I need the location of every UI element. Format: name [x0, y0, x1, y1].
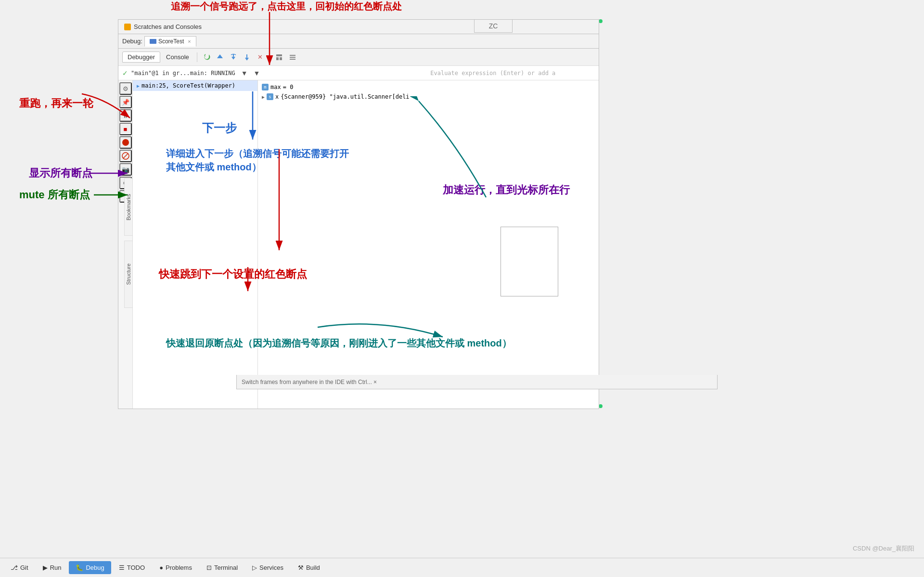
scoretest-tab[interactable]: ScoreTest ×: [144, 36, 196, 47]
mute-breakpoints-icon[interactable]: [119, 150, 132, 162]
frame-item-0[interactable]: ▶ main:25, ScoreTest(Wrapper): [133, 80, 257, 91]
var-row-max: m max = 0: [260, 82, 597, 92]
tab-todo[interactable]: ☰ TODO: [112, 561, 152, 574]
svg-line-10: [123, 154, 128, 158]
annotation-step-into: 详细进入下一步（追溯信号可能还需要打开其他文件或 method）: [166, 147, 349, 174]
rerun-icon: [203, 53, 210, 61]
go-to-frame-button[interactable]: [214, 51, 226, 64]
variables-panel: m max = 0 ▶ s x {Scanner@959} "java.util…: [258, 80, 599, 409]
tab-git[interactable]: ⎇ Git: [4, 561, 35, 574]
thread-bar: ✓ "main"@1 in gr...main: RUNNING ▼ ▼ Eva…: [118, 66, 599, 80]
var-row-x: ▶ s x {Scanner@959} "java.util.Scanner[d…: [260, 92, 597, 102]
bottom-hint-bar: Switch frames from anywhere in the IDE w…: [236, 375, 718, 389]
step-into-icon: [243, 53, 251, 61]
watermark: CSDN @Dear_襄阳阳: [853, 544, 914, 553]
stop-icon[interactable]: ■: [119, 123, 132, 135]
scratches-bar: Scratches and Consoles: [118, 20, 599, 34]
filter-options-icon[interactable]: ▼: [254, 69, 260, 77]
filter-icon[interactable]: ▼: [241, 69, 248, 77]
svg-rect-2: [276, 54, 282, 56]
step-over-icon: [230, 53, 237, 61]
tab-services[interactable]: ▷ Services: [245, 561, 290, 574]
services-label: Services: [259, 564, 283, 571]
annotation-go-back-breakpoint: 快速退回原断点处（因为追溯信号等原因，刚刚进入了一些其他文件或 method）: [166, 337, 512, 350]
mute-icon-shape: [122, 152, 129, 160]
annotation-next-breakpoint: 快速跳到下一个设置的红色断点: [159, 267, 307, 282]
debug-icon: 🐛: [76, 564, 83, 571]
tab-terminal[interactable]: ⊡ Terminal: [200, 561, 244, 574]
rerun-button[interactable]: [200, 51, 213, 64]
restore-layout-icon: [275, 53, 283, 61]
var-name-x: x: [275, 93, 279, 100]
annotation-show-breakpoints: 显示所有断点: [29, 166, 92, 180]
tab-file-icon: [150, 39, 156, 44]
tab-run[interactable]: ▶ Run: [36, 561, 68, 574]
preview-box: [500, 227, 558, 296]
step-into-button[interactable]: [241, 51, 253, 64]
svg-point-0: [126, 25, 129, 29]
var-expand-x[interactable]: ▶: [262, 94, 265, 100]
console-tab-btn[interactable]: Console: [161, 52, 194, 62]
var-value-max: = 0: [283, 84, 294, 90]
debug-main-content: ⚙ 📌 ⏸ ■ 📷 ⚙ ↑ ▶: [118, 80, 599, 409]
frames-button[interactable]: [286, 51, 299, 64]
scratches-label: Scratches and Consoles: [134, 23, 202, 30]
build-label: Build: [306, 564, 320, 571]
svg-rect-4: [280, 57, 282, 60]
toolbar-sep-2: [270, 52, 270, 62]
tab-label: ScoreTest: [158, 38, 184, 45]
svg-rect-5: [290, 55, 295, 56]
svg-rect-3: [276, 57, 279, 60]
settings-icon[interactable]: ⚙: [119, 82, 132, 95]
pin-icon[interactable]: 📌: [119, 96, 132, 108]
corner-dot-tr: [599, 19, 603, 23]
breakpoints-icon[interactable]: [119, 136, 132, 149]
restore-layout-button[interactable]: [273, 51, 285, 64]
var-icon-x: s: [267, 93, 273, 100]
corner-dot-br: [599, 404, 603, 408]
todo-icon: ☰: [119, 564, 125, 571]
status-bar: ⎇ Git ▶ Run 🐛 Debug ☰ TODO ● Problems ⊡ …: [0, 558, 924, 577]
svg-rect-7: [290, 59, 295, 60]
debug-toolbar: Debugger Console: [118, 49, 599, 66]
frames-icon: [289, 53, 296, 61]
ide-window: Scratches and Consoles Debug: ScoreTest …: [118, 19, 599, 409]
force-step-into-button[interactable]: ✕: [254, 51, 267, 64]
zc-text: ZC: [489, 22, 498, 30]
bottom-hint-text: Switch frames from anywhere in the IDE w…: [242, 379, 377, 385]
services-icon: ▷: [252, 564, 257, 571]
problems-icon: ●: [159, 564, 163, 571]
build-icon: ⚒: [298, 564, 304, 571]
svg-marker-1: [217, 54, 223, 58]
annotation-next-step: 下一步: [202, 120, 237, 136]
tab-close[interactable]: ×: [188, 38, 191, 44]
tab-build[interactable]: ⚒ Build: [291, 561, 327, 574]
tab-debug[interactable]: 🐛 Debug: [69, 561, 111, 574]
step-over-button[interactable]: [227, 51, 240, 64]
tab-problems[interactable]: ● Problems: [153, 561, 199, 574]
terminal-icon: ⊡: [206, 564, 212, 571]
debugger-tab-btn[interactable]: Debugger: [122, 51, 160, 63]
annotation-mute-breakpoints: mute 所有断点: [19, 188, 90, 202]
frames-panel: ▶ main:25, ScoreTest(Wrapper): [133, 80, 258, 409]
thread-status-icon: ✓: [122, 69, 128, 77]
structure-label: Structure: [124, 241, 133, 308]
annotation-run-to-cursor: 加速运行，直到光标所在行: [443, 183, 570, 197]
toolbar-sep-1: [197, 52, 197, 62]
var-value-x: {Scanner@959} "java.util.Scanner[deli: [281, 93, 409, 100]
var-icon-max: m: [262, 84, 269, 90]
zc-tab[interactable]: ZC: [474, 19, 513, 33]
scratches-icon: [124, 24, 131, 30]
debug-tab-bar: Debug: ScoreTest ×: [118, 34, 599, 49]
breakpoints-dot: [122, 139, 129, 146]
frame-arrow: ▶: [137, 83, 140, 89]
problems-label: Problems: [166, 564, 192, 571]
debug-tab-label: Debug: [86, 564, 104, 571]
camera-icon[interactable]: 📷: [119, 163, 132, 176]
bookmarks-label: Bookmarks: [124, 178, 133, 236]
run-label: Run: [50, 564, 62, 571]
run-icon: ▶: [43, 564, 48, 571]
evaluate-expression[interactable]: Evaluate expression (Enter) or add a: [426, 68, 595, 78]
pause-icon[interactable]: ⏸: [119, 109, 132, 122]
thread-text: "main"@1 in gr...main: RUNNING: [131, 70, 235, 77]
